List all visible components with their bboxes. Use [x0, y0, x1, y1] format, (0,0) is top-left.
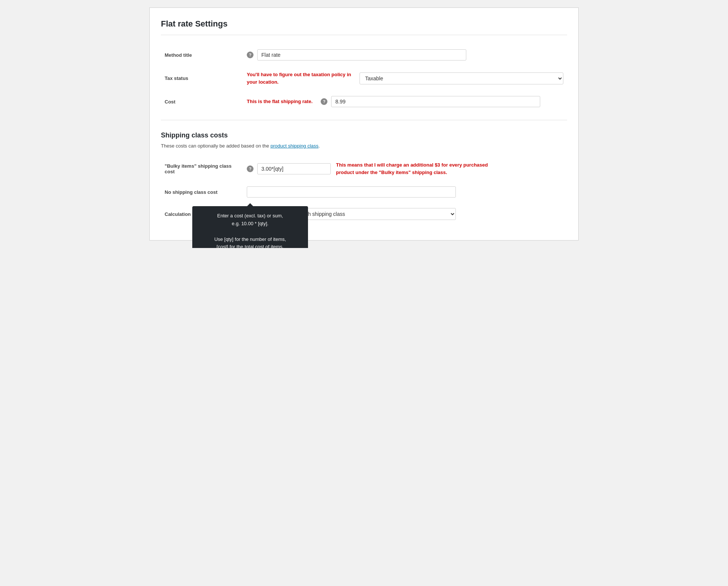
cost-field-row: This is the flat shipping rate. ?: [247, 96, 563, 107]
cost-help-icon: ?: [321, 98, 327, 105]
tooltip-wrapper: ? Enter a cost (excl. tax) or sum, e.g. …: [247, 165, 253, 172]
section-desc-suffix: .: [318, 143, 320, 149]
divider-1: [161, 120, 567, 120]
bulky-items-label: "Bulky items" shipping class cost: [161, 156, 243, 181]
cost-label: Cost: [161, 91, 243, 112]
bulky-items-field-row: ? Enter a cost (excl. tax) or sum, e.g. …: [247, 161, 563, 176]
page-title: Flat rate Settings: [161, 19, 567, 35]
shipping-class-table: "Bulky items" shipping class cost ? Ente…: [161, 156, 567, 225]
method-title-help-icon: ?: [247, 52, 253, 58]
tooltip-line4: [cost] for the total cost of items,: [217, 244, 284, 248]
tax-status-annotation: You'll have to figure out the taxation p…: [247, 71, 351, 86]
no-shipping-class-input[interactable]: [247, 186, 456, 198]
tooltip-box: Enter a cost (excl. tax) or sum, e.g. 10…: [192, 206, 308, 248]
no-shipping-class-row: No shipping class cost: [161, 181, 567, 203]
tax-status-label: Tax status: [161, 66, 243, 91]
settings-table: Method title ? Tax status You'll have to…: [161, 44, 567, 112]
method-title-field-row: ?: [247, 49, 563, 61]
cost-row: Cost This is the flat shipping rate. ?: [161, 91, 567, 112]
no-shipping-class-label: No shipping class cost: [161, 181, 243, 203]
method-title-label: Method title: [161, 44, 243, 66]
cost-input[interactable]: [331, 96, 540, 107]
tooltip-line3: Use [qty] for the number of items,: [214, 236, 286, 242]
bulky-items-row: "Bulky items" shipping class cost ? Ente…: [161, 156, 567, 181]
tooltip-line2: e.g. 10.00 * [qty].: [232, 221, 268, 226]
no-shipping-class-field-row: [247, 186, 563, 198]
tax-status-select[interactable]: Taxable None: [360, 72, 563, 84]
method-title-input[interactable]: [257, 49, 466, 61]
method-title-row: Method title ?: [161, 44, 567, 66]
bulky-items-help-icon: ?: [247, 165, 253, 172]
settings-panel: Flat rate Settings Method title ? Tax st…: [149, 7, 579, 241]
product-shipping-class-link[interactable]: product shipping class: [270, 143, 318, 149]
bulky-items-annotation: This means that I will charge an additio…: [336, 161, 493, 176]
bulky-items-input[interactable]: [257, 163, 331, 174]
section-desc-prefix: These costs can optionally be added base…: [161, 143, 270, 149]
tooltip-line1: Enter a cost (excl. tax) or sum,: [217, 213, 283, 218]
tax-status-row: Tax status You'll have to figure out the…: [161, 66, 567, 91]
shipping-class-costs-desc: These costs can optionally be added base…: [161, 143, 567, 149]
bulky-items-input-area: ? Enter a cost (excl. tax) or sum, e.g. …: [247, 163, 331, 174]
tax-status-field-row: You'll have to figure out the taxation p…: [247, 71, 563, 86]
shipping-class-costs-title: Shipping class costs: [161, 131, 567, 139]
cost-annotation: This is the flat shipping rate.: [247, 98, 312, 105]
